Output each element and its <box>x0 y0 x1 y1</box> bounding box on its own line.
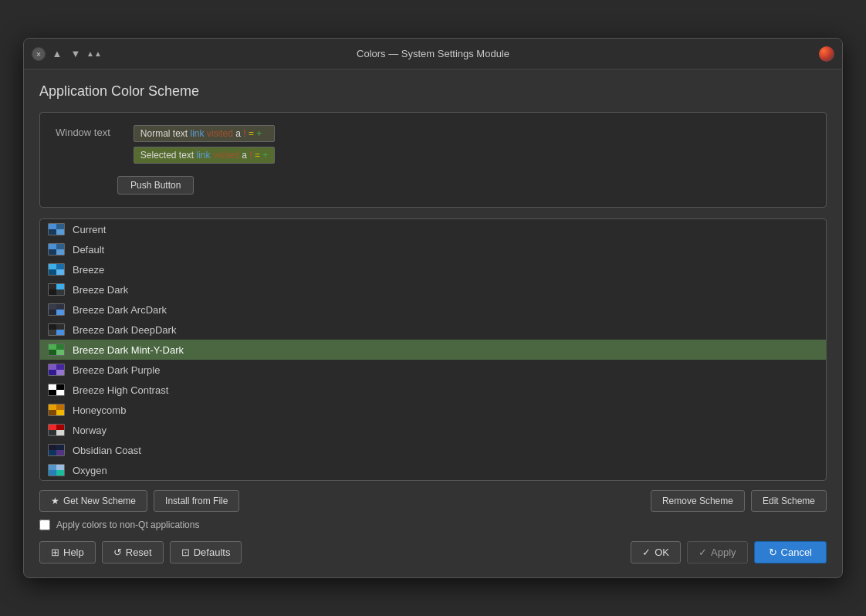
selected-a-text: a <box>242 150 247 161</box>
defaults-label: Defaults <box>194 547 231 558</box>
visited-text: visited <box>207 128 233 139</box>
reset-icon: ↺ <box>113 547 122 558</box>
selected-text-row: Selected text link visited a ! = <box>134 147 276 164</box>
scheme-item-breeze-high-contrast[interactable]: Breeze High Contrast <box>40 380 826 400</box>
scheme-name-breeze-dark-deepdark: Breeze Dark DeepDark <box>73 324 176 336</box>
defaults-icon: ⊡ <box>181 547 190 558</box>
plus-text: + <box>256 128 262 139</box>
scheme-icon-breeze-dark-purple <box>48 364 65 376</box>
footer-right: ✓ OK ✓ Apply ↻ Cancel <box>631 541 827 564</box>
ok-icon: ✓ <box>642 547 651 558</box>
window-text-label: Window text <box>56 125 110 138</box>
apply-label: Apply <box>711 547 736 558</box>
scheme-item-breeze[interactable]: Breeze <box>40 259 826 279</box>
scheme-item-oxygen[interactable]: Oxygen <box>40 460 826 480</box>
selected-visited-text: visited <box>213 150 239 161</box>
scheme-icon-breeze-high-contrast <box>48 384 65 396</box>
star-icon: ★ <box>51 496 59 506</box>
selected-eq-text: = <box>255 150 260 161</box>
nav-up2-button[interactable]: ▲▲ <box>87 47 101 61</box>
preview-right: Normal text link visited a ! = <box>134 125 276 164</box>
selected-excl-text: ! <box>249 150 252 161</box>
bottom-buttons: ★ Get New Scheme Install from File Remov… <box>39 490 827 512</box>
cancel-button[interactable]: ↻ Cancel <box>754 541 827 564</box>
scheme-name-breeze-dark-purple: Breeze Dark Purple <box>73 364 160 376</box>
selected-text: Selected text <box>140 150 194 161</box>
scheme-list[interactable]: CurrentDefaultBreezeBreeze DarkBreeze Da… <box>39 218 827 481</box>
scheme-name-norway: Norway <box>73 425 107 436</box>
excl-text: ! <box>243 128 245 139</box>
checkbox-label[interactable]: Apply colors to non-Qt applications <box>56 520 199 530</box>
footer-left: ⊞ Help ↺ Reset ⊡ Defaults <box>39 541 242 564</box>
install-from-file-label: Install from File <box>165 496 228 506</box>
reset-button[interactable]: ↺ Reset <box>102 541 164 564</box>
push-button[interactable]: Push Button <box>117 176 194 195</box>
scheme-icon-breeze-dark-deepdark <box>48 323 65 336</box>
scheme-name-default: Default <box>73 244 104 256</box>
help-label: Help <box>63 547 84 558</box>
scheme-item-breeze-dark[interactable]: Breeze Dark <box>40 279 826 300</box>
apply-button[interactable]: ✓ Apply <box>687 541 748 564</box>
help-button[interactable]: ⊞ Help <box>39 541 96 564</box>
scheme-name-oxygen: Oxygen <box>73 465 107 476</box>
scheme-item-breeze-dark-arcdark[interactable]: Breeze Dark ArcDark <box>40 300 826 320</box>
scheme-icon-current <box>48 223 65 235</box>
ok-label: OK <box>655 547 669 558</box>
edit-scheme-label: Edit Scheme <box>763 496 815 506</box>
normal-text-row: Normal text link visited a ! = <box>134 125 276 142</box>
reset-label: Reset <box>126 547 152 558</box>
close-button[interactable]: × <box>32 47 46 61</box>
scheme-icon-breeze-dark-mint <box>48 344 65 356</box>
titlebar: × ▲ ▼ ▲▲ Colors — System Settings Module <box>24 39 842 69</box>
scheme-item-default[interactable]: Default <box>40 239 826 259</box>
scheme-item-honeycomb[interactable]: Honeycomb <box>40 400 826 420</box>
kde-icon <box>819 46 834 62</box>
scheme-icon-breeze-dark-arcdark <box>48 303 65 316</box>
scheme-item-breeze-dark-deepdark[interactable]: Breeze Dark DeepDark <box>40 320 826 340</box>
scheme-icon-honeycomb <box>48 404 65 416</box>
link-text: link <box>191 128 205 139</box>
scheme-item-obsidian-coast[interactable]: Obsidian Coast <box>40 440 826 460</box>
scheme-icon-default <box>48 243 65 256</box>
non-qt-checkbox[interactable] <box>39 520 50 530</box>
checkbox-row: Apply colors to non-Qt applications <box>39 520 827 530</box>
scheme-name-current: Current <box>73 224 106 235</box>
remove-scheme-button[interactable]: Remove Scheme <box>651 490 745 512</box>
scheme-icon-breeze <box>48 263 65 276</box>
page-title: Application Color Scheme <box>39 83 827 100</box>
scheme-item-norway[interactable]: Norway <box>40 420 826 440</box>
scheme-icon-breeze-dark <box>48 283 65 296</box>
scheme-name-breeze-dark: Breeze Dark <box>73 284 128 296</box>
scheme-name-breeze-dark-arcdark: Breeze Dark ArcDark <box>73 304 167 316</box>
apply-icon: ✓ <box>699 547 707 558</box>
remove-scheme-label: Remove Scheme <box>662 496 733 506</box>
ok-button[interactable]: ✓ OK <box>631 541 681 564</box>
nav-down-button[interactable]: ▼ <box>69 47 83 61</box>
scheme-name-breeze-high-contrast: Breeze High Contrast <box>73 384 168 396</box>
scheme-item-breeze-dark-mint[interactable]: Breeze Dark Mint-Y-Dark <box>40 340 826 360</box>
edit-scheme-button[interactable]: Edit Scheme <box>751 490 827 512</box>
preview-box: Window text Normal text link visited a ! <box>39 112 827 208</box>
scheme-icon-obsidian-coast <box>48 444 65 456</box>
scheme-name-obsidian-coast: Obsidian Coast <box>73 445 141 456</box>
eq-text: = <box>249 128 254 139</box>
scheme-name-breeze-dark-mint: Breeze Dark Mint-Y-Dark <box>73 344 184 356</box>
cancel-label: Cancel <box>781 547 812 558</box>
main-window: × ▲ ▼ ▲▲ Colors — System Settings Module… <box>23 38 843 578</box>
scheme-name-breeze: Breeze <box>73 264 104 276</box>
normal-text: Normal text <box>140 128 188 139</box>
get-new-scheme-button[interactable]: ★ Get New Scheme <box>39 490 147 512</box>
get-new-scheme-label: Get New Scheme <box>63 496 136 506</box>
footer-row: ⊞ Help ↺ Reset ⊡ Defaults ✓ OK ✓ <box>39 541 827 564</box>
a-text: a <box>235 128 241 139</box>
selected-link-text: link <box>197 150 211 161</box>
scheme-name-honeycomb: Honeycomb <box>73 404 126 416</box>
scheme-item-current[interactable]: Current <box>40 219 826 239</box>
nav-up-button[interactable]: ▲ <box>50 47 64 61</box>
help-icon: ⊞ <box>51 547 59 558</box>
content-area: Application Color Scheme Window text Nor… <box>24 69 842 577</box>
cancel-icon: ↻ <box>769 547 777 558</box>
scheme-item-breeze-dark-purple[interactable]: Breeze Dark Purple <box>40 360 826 380</box>
install-from-file-button[interactable]: Install from File <box>154 490 239 512</box>
defaults-button[interactable]: ⊡ Defaults <box>170 541 242 564</box>
